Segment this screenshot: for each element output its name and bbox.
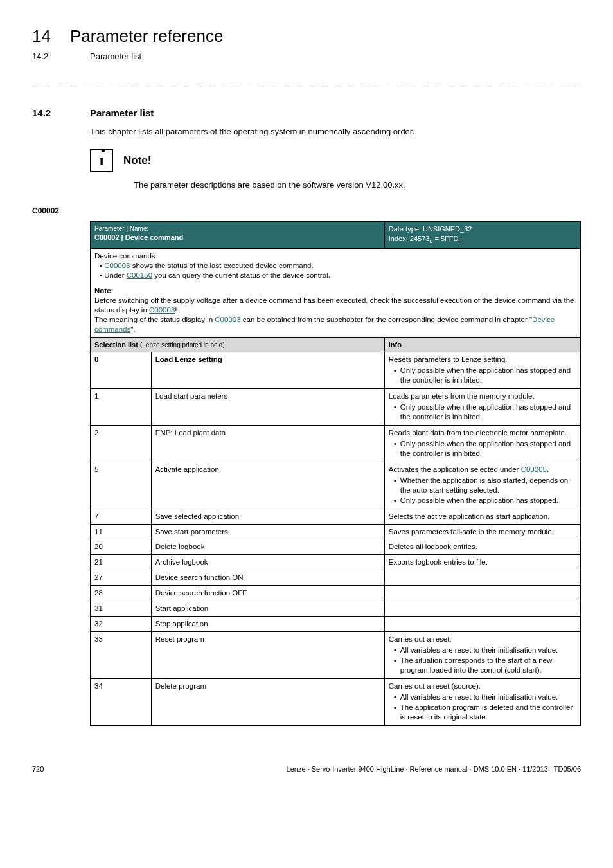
parameter-code-heading: C00002 [32, 206, 581, 217]
row-label: Reset program [151, 632, 384, 679]
info-bullet: The situation corresponds to the start o… [394, 656, 576, 675]
selection-header-left: Selection list (Lenze setting printed in… [91, 338, 385, 352]
row-info [384, 570, 580, 586]
row-info [384, 586, 580, 601]
parameter-table: Parameter | Name: C00002 | Device comman… [90, 221, 581, 725]
param-dtype: Data type: UNSIGNED_32 [389, 224, 576, 233]
chapter-title: Parameter reference [70, 26, 223, 48]
section-title: Parameter list [90, 107, 154, 120]
selection-header-info: Info [384, 338, 580, 352]
info-bullet: The application program is deleted and t… [394, 703, 576, 722]
row-number: 2 [91, 426, 152, 462]
param-index: Index: 24573d = 5FFDh [389, 234, 576, 246]
row-number: 32 [91, 617, 152, 632]
row-label: Device search function ON [151, 570, 384, 586]
desc-bullet-1: • C00003 shows the status of the last ex… [100, 261, 576, 271]
row-label: Delete logbook [151, 539, 384, 555]
row-number: 11 [91, 524, 152, 539]
link-c00003-c[interactable]: C00003 [215, 316, 240, 323]
table-row: 1Load start parametersLoads parameters f… [91, 389, 581, 426]
row-number: 20 [91, 539, 152, 555]
row-info: Carries out a reset.All variables are re… [384, 632, 580, 679]
row-info: Carries out a reset (source).All variabl… [384, 678, 580, 725]
table-row: 31Start application [91, 601, 581, 617]
row-number: 5 [91, 462, 152, 509]
table-row: 34Delete programCarries out a reset (sou… [91, 678, 581, 725]
table-row: 21Archive logbookExports logbook entries… [91, 555, 581, 570]
desc-note-line1: Before switching off the supply voltage … [94, 296, 576, 315]
row-label: Stop application [151, 617, 384, 632]
row-label: Start application [151, 601, 384, 617]
row-info: Deletes all logbook entries. [384, 539, 580, 555]
param-header-type-cell: Data type: UNSIGNED_32 Index: 24573d = 5… [384, 222, 580, 248]
table-row: 27Device search function ON [91, 570, 581, 586]
desc-note-line2: The meaning of the status display in C00… [94, 315, 576, 334]
link-c00150[interactable]: C00150 [127, 271, 152, 279]
row-label: Delete program [151, 678, 384, 725]
row-number: 28 [91, 586, 152, 601]
table-row: 32Stop application [91, 617, 581, 632]
desc-title: Device commands [94, 251, 576, 261]
row-info [384, 617, 580, 632]
row-number: 1 [91, 389, 152, 426]
param-name-label: Parameter | Name: [94, 224, 380, 233]
info-icon: •ı [90, 149, 113, 172]
link-c00003-b[interactable]: C00003 [149, 306, 175, 314]
info-bullet: All variables are reset to their initial… [394, 692, 576, 702]
desc-note-label: Note: [94, 286, 576, 296]
row-label: Archive logbook [151, 555, 384, 570]
table-row: 28Device search function OFF [91, 586, 581, 601]
table-row: 7Save selected applicationSelects the ac… [91, 509, 581, 524]
chapter-number: 14 [32, 26, 51, 48]
table-row: 2ENP: Load plant dataReads plant data fr… [91, 426, 581, 462]
param-description-cell: Device commands • C00003 shows the statu… [91, 248, 581, 338]
footer-line: Lenze · Servo-Inverter 9400 HighLine · R… [287, 764, 581, 773]
row-number: 7 [91, 509, 152, 524]
section-number: 14.2 [32, 107, 71, 120]
row-info: Activates the application selected under… [384, 462, 580, 509]
row-number: 34 [91, 678, 152, 725]
link-inline[interactable]: C00005 [521, 466, 547, 473]
row-label: Load Lenze setting [151, 352, 384, 389]
subsection-top-number: 14.2 [32, 51, 71, 62]
row-info: Selects the active application as start … [384, 509, 580, 524]
table-row: 20Delete logbookDeletes all logbook entr… [91, 539, 581, 555]
row-number: 0 [91, 352, 152, 389]
param-header-name-cell: Parameter | Name: C00002 | Device comman… [91, 222, 385, 248]
desc-bullet-2: • Under C00150 you can query the current… [100, 271, 576, 280]
table-row: 11Save start parametersSaves parameters … [91, 524, 581, 539]
subsection-top-title: Parameter list [90, 51, 141, 62]
table-row: 0Load Lenze settingResets parameters to … [91, 352, 581, 389]
divider-dashes: _ _ _ _ _ _ _ _ _ _ _ _ _ _ _ _ _ _ _ _ … [32, 78, 581, 89]
table-row: 5Activate applicationActivates the appli… [91, 462, 581, 509]
note-text: The parameter descriptions are based on … [134, 180, 581, 191]
info-bullet: Only possible when the application has s… [394, 402, 576, 422]
row-label: ENP: Load plant data [151, 426, 384, 462]
row-info [384, 601, 580, 617]
row-info: Reads plant data from the electronic mot… [384, 426, 580, 462]
row-info: Saves parameters fail-safe in the memory… [384, 524, 580, 539]
row-label: Save start parameters [151, 524, 384, 539]
row-label: Load start parameters [151, 389, 384, 426]
info-bullet: All variables are reset to their initial… [394, 646, 576, 655]
info-bullet: Only possible when the application has s… [394, 366, 576, 385]
info-bullet: Only possible when the application has s… [394, 496, 576, 505]
info-bullet: Only possible when the application has s… [394, 439, 576, 458]
row-number: 33 [91, 632, 152, 679]
row-label: Activate application [151, 462, 384, 509]
row-info: Exports logbook entries to file. [384, 555, 580, 570]
intro-paragraph: This chapter lists all parameters of the… [90, 127, 581, 138]
row-label: Device search function OFF [151, 586, 384, 601]
note-label: Note! [123, 154, 151, 168]
row-info: Loads parameters from the memory module.… [384, 389, 580, 426]
row-number: 21 [91, 555, 152, 570]
info-bullet: Whether the application is also started,… [394, 476, 576, 495]
row-number: 31 [91, 601, 152, 617]
row-info: Resets parameters to Lenze setting.Only … [384, 352, 580, 389]
row-number: 27 [91, 570, 152, 586]
table-row: 33Reset programCarries out a reset.All v… [91, 632, 581, 679]
link-c00003-a[interactable]: C00003 [104, 262, 130, 269]
param-name-value: C00002 | Device command [94, 233, 380, 242]
page-number: 720 [32, 764, 44, 773]
row-label: Save selected application [151, 509, 384, 524]
